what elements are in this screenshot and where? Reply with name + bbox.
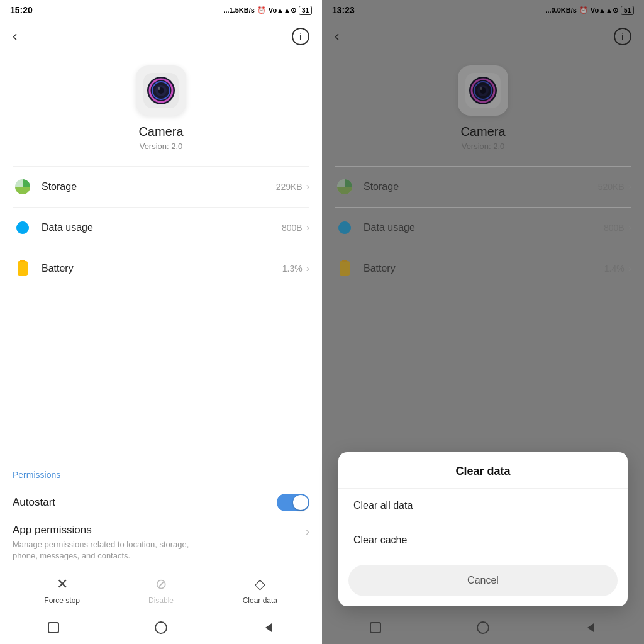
left-app-permissions-chevron: ›: [306, 525, 309, 538]
left-battery: 31: [299, 6, 312, 15]
left-battery-row[interactable]: Battery 1.3% ›: [13, 248, 309, 289]
left-status-icons: ...1.5KB/s ⏰ Vo▲▲⊙ 31: [223, 6, 312, 15]
left-storage-value: 229KB: [276, 182, 303, 192]
left-data-icon: [13, 218, 33, 238]
left-force-stop-icon: ✕: [57, 576, 68, 592]
dialog-title: Clear data: [338, 452, 628, 488]
left-info-button[interactable]: i: [292, 28, 309, 45]
left-storage-chevron: ›: [306, 181, 309, 192]
svg-rect-9: [20, 260, 25, 262]
left-data-usage-value: 800B: [282, 223, 303, 233]
left-clear-data-action[interactable]: ◇ Clear data: [238, 576, 282, 605]
left-disable-label: Disable: [148, 596, 174, 605]
dialog-clear-cache-option[interactable]: Clear cache: [338, 523, 628, 557]
left-storage-label: Storage: [42, 181, 276, 192]
left-storage-row[interactable]: Storage 229KB ›: [13, 166, 309, 208]
svg-rect-8: [18, 261, 28, 276]
left-app-permissions-desc: Manage permissions related to location, …: [13, 539, 201, 562]
left-status-symbols: ⏰: [257, 6, 266, 14]
left-status-bar: 15:20 ...1.5KB/s ⏰ Vo▲▲⊙ 31: [0, 0, 322, 20]
left-bottom-bar: ✕ Force stop ⊘ Disable ◇ Clear data: [0, 567, 322, 611]
left-battery-label: Battery: [42, 263, 282, 274]
left-autostart-toggle[interactable]: [277, 494, 309, 511]
left-panel: 15:20 ...1.5KB/s ⏰ Vo▲▲⊙ 31 ‹ i Cam: [0, 0, 322, 644]
left-app-icon-wrapper: [136, 65, 186, 116]
left-nav-square[interactable]: [45, 619, 62, 636]
left-clear-data-icon: ◇: [255, 576, 265, 592]
left-divider: [0, 457, 322, 457]
left-nav-circle[interactable]: [152, 619, 170, 636]
left-data-usage-row[interactable]: Data usage 800B ›: [13, 208, 309, 248]
left-disable-action: ⊘ Disable: [139, 576, 183, 605]
right-dialog-overlay: Clear data Clear all data Clear cache Ca…: [322, 0, 644, 644]
left-header: ‹ i: [0, 20, 322, 53]
left-app-permissions-text: App permissions Manage permissions relat…: [13, 524, 301, 562]
svg-rect-10: [48, 623, 58, 633]
left-autostart-row: Autostart: [13, 489, 309, 516]
left-autostart-label: Autostart: [13, 496, 55, 509]
left-battery-value: 1.3%: [282, 264, 303, 274]
left-nav-bar: [0, 611, 322, 644]
left-info-icon-label: i: [299, 31, 302, 42]
svg-point-6: [158, 87, 160, 90]
left-camera-icon: [142, 72, 180, 109]
svg-marker-12: [265, 623, 272, 632]
left-force-stop-action[interactable]: ✕ Force stop: [40, 576, 84, 605]
right-panel: 13:23 ...0.0KB/s ⏰ Vo▲▲⊙ 51 ‹ i Cam: [322, 0, 644, 644]
left-time: 15:20: [10, 5, 33, 15]
left-back-button[interactable]: ‹: [13, 28, 17, 45]
dialog-clear-all-option[interactable]: Clear all data: [338, 488, 628, 523]
left-disable-icon: ⊘: [155, 576, 167, 592]
left-battery-chevron: ›: [306, 263, 309, 274]
svg-point-11: [155, 622, 167, 633]
left-signal-icons: Vo▲▲⊙: [269, 6, 296, 14]
left-permissions-title: Permissions: [13, 470, 309, 480]
left-force-stop-label: Force stop: [44, 596, 80, 605]
left-app-name: Camera: [138, 125, 183, 139]
left-clear-data-label: Clear data: [243, 596, 277, 605]
left-network-speed: ...1.5KB/s: [223, 6, 255, 14]
left-app-icon-area: Camera Version: 2.0: [0, 53, 322, 166]
left-battery-icon: [13, 258, 33, 279]
left-permissions-section: Permissions Autostart App permissions Ma…: [0, 462, 322, 567]
left-nav-back[interactable]: [260, 619, 277, 636]
left-data-usage-chevron: ›: [306, 222, 309, 233]
left-data-usage-label: Data usage: [42, 222, 282, 233]
left-toggle-knob: [293, 495, 308, 510]
clear-data-dialog: Clear data Clear all data Clear cache Ca…: [338, 452, 628, 606]
left-storage-icon: [13, 177, 33, 197]
left-app-permissions-title: App permissions: [13, 524, 301, 536]
left-info-rows: Storage 229KB › Data usage 800B › Bat: [0, 166, 322, 452]
dialog-cancel-button[interactable]: Cancel: [348, 565, 618, 596]
left-app-version: Version: 2.0: [140, 142, 183, 151]
left-app-permissions-row[interactable]: App permissions Manage permissions relat…: [13, 519, 309, 567]
